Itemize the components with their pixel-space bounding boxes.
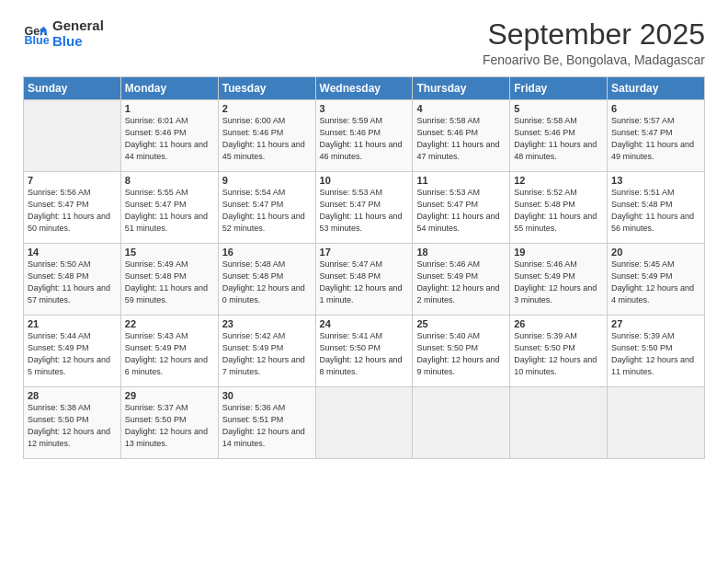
day-info: Sunrise: 5:44 AMSunset: 5:49 PMDaylight:… [28,331,110,376]
week-row-1: 1Sunrise: 6:01 AMSunset: 5:46 PMDaylight… [24,100,705,172]
day-number: 2 [222,103,312,114]
day-cell: 8Sunrise: 5:55 AMSunset: 5:47 PMDaylight… [120,172,218,244]
day-cell [510,387,608,459]
day-cell: 15Sunrise: 5:49 AMSunset: 5:48 PMDayligh… [120,244,218,316]
day-info: Sunrise: 5:48 AMSunset: 5:48 PMDaylight:… [222,259,305,304]
day-cell [608,387,705,459]
day-number: 17 [320,247,409,258]
month-title: September 2025 [483,18,705,51]
day-cell [24,100,121,172]
day-number: 22 [125,318,214,329]
header-cell-tuesday: Tuesday [218,77,315,100]
header-cell-wednesday: Wednesday [315,77,413,100]
logo-icon: Gen Blue [23,21,49,47]
day-number: 6 [611,103,700,114]
day-info: Sunrise: 5:57 AMSunset: 5:47 PMDaylight:… [611,116,694,161]
day-cell: 24Sunrise: 5:41 AMSunset: 5:50 PMDayligh… [315,316,413,387]
day-cell: 9Sunrise: 5:54 AMSunset: 5:47 PMDaylight… [218,172,315,244]
day-number: 25 [416,318,506,329]
day-number: 20 [611,247,700,258]
day-info: Sunrise: 5:36 AMSunset: 5:51 PMDaylight:… [222,403,305,448]
week-row-5: 28Sunrise: 5:38 AMSunset: 5:50 PMDayligh… [24,387,705,459]
day-cell: 22Sunrise: 5:43 AMSunset: 5:49 PMDayligh… [120,316,218,387]
day-number: 19 [514,247,603,258]
week-row-4: 21Sunrise: 5:44 AMSunset: 5:49 PMDayligh… [24,316,705,387]
header-cell-monday: Monday [120,77,218,100]
header: Gen Blue General Blue September 2025 Fen… [23,18,705,67]
day-info: Sunrise: 5:46 AMSunset: 5:49 PMDaylight:… [416,259,499,304]
day-cell: 16Sunrise: 5:48 AMSunset: 5:48 PMDayligh… [218,244,315,316]
day-info: Sunrise: 5:50 AMSunset: 5:48 PMDaylight:… [28,259,110,304]
header-cell-thursday: Thursday [413,77,510,100]
day-info: Sunrise: 5:46 AMSunset: 5:49 PMDaylight:… [514,259,597,304]
logo: Gen Blue General Blue [23,18,104,49]
day-cell: 7Sunrise: 5:56 AMSunset: 5:47 PMDaylight… [24,172,121,244]
day-cell [315,387,413,459]
day-info: Sunrise: 5:39 AMSunset: 5:50 PMDaylight:… [611,331,694,376]
logo-line1: General [52,18,104,34]
day-info: Sunrise: 5:53 AMSunset: 5:47 PMDaylight:… [320,188,403,233]
day-info: Sunrise: 5:40 AMSunset: 5:50 PMDaylight:… [416,331,499,376]
day-info: Sunrise: 5:38 AMSunset: 5:50 PMDaylight:… [28,403,110,448]
day-number: 15 [125,247,214,258]
day-cell: 23Sunrise: 5:42 AMSunset: 5:49 PMDayligh… [218,316,315,387]
week-row-2: 7Sunrise: 5:56 AMSunset: 5:47 PMDaylight… [24,172,705,244]
day-number: 24 [320,318,409,329]
day-info: Sunrise: 5:49 AMSunset: 5:48 PMDaylight:… [125,259,208,304]
day-cell: 10Sunrise: 5:53 AMSunset: 5:47 PMDayligh… [315,172,413,244]
day-info: Sunrise: 6:01 AMSunset: 5:46 PMDaylight:… [125,116,208,161]
day-cell: 18Sunrise: 5:46 AMSunset: 5:49 PMDayligh… [413,244,510,316]
day-cell: 29Sunrise: 5:37 AMSunset: 5:50 PMDayligh… [120,387,218,459]
day-info: Sunrise: 5:54 AMSunset: 5:47 PMDaylight:… [222,188,305,233]
page: Gen Blue General Blue September 2025 Fen… [0,0,728,563]
day-number: 28 [28,390,117,401]
day-cell: 3Sunrise: 5:59 AMSunset: 5:46 PMDaylight… [315,100,413,172]
day-cell: 11Sunrise: 5:53 AMSunset: 5:47 PMDayligh… [413,172,510,244]
day-cell: 19Sunrise: 5:46 AMSunset: 5:49 PMDayligh… [510,244,608,316]
day-number: 10 [320,175,409,186]
header-cell-sunday: Sunday [24,77,121,100]
day-number: 16 [222,247,312,258]
title-section: September 2025 Fenoarivo Be, Bongolava, … [483,18,705,67]
day-cell: 14Sunrise: 5:50 AMSunset: 5:48 PMDayligh… [24,244,121,316]
day-cell: 13Sunrise: 5:51 AMSunset: 5:48 PMDayligh… [608,172,705,244]
day-cell: 25Sunrise: 5:40 AMSunset: 5:50 PMDayligh… [413,316,510,387]
day-info: Sunrise: 5:37 AMSunset: 5:50 PMDaylight:… [125,403,208,448]
day-number: 26 [514,318,603,329]
day-info: Sunrise: 5:51 AMSunset: 5:48 PMDaylight:… [611,188,694,233]
day-info: Sunrise: 5:45 AMSunset: 5:49 PMDaylight:… [611,259,694,304]
day-number: 23 [222,318,312,329]
day-number: 30 [222,390,312,401]
header-cell-friday: Friday [510,77,608,100]
day-cell: 6Sunrise: 5:57 AMSunset: 5:47 PMDaylight… [608,100,705,172]
day-cell: 30Sunrise: 5:36 AMSunset: 5:51 PMDayligh… [218,387,315,459]
day-cell: 1Sunrise: 6:01 AMSunset: 5:46 PMDaylight… [120,100,218,172]
header-cell-saturday: Saturday [608,77,705,100]
day-cell: 17Sunrise: 5:47 AMSunset: 5:48 PMDayligh… [315,244,413,316]
day-cell: 20Sunrise: 5:45 AMSunset: 5:49 PMDayligh… [608,244,705,316]
logo-line2: Blue [52,34,104,50]
day-info: Sunrise: 5:55 AMSunset: 5:47 PMDaylight:… [125,188,208,233]
day-info: Sunrise: 5:52 AMSunset: 5:48 PMDaylight:… [514,188,597,233]
day-cell: 5Sunrise: 5:58 AMSunset: 5:46 PMDaylight… [510,100,608,172]
location: Fenoarivo Be, Bongolava, Madagascar [483,52,705,67]
svg-text:Blue: Blue [24,34,49,47]
calendar-table: SundayMondayTuesdayWednesdayThursdayFrid… [23,76,705,459]
day-info: Sunrise: 5:47 AMSunset: 5:48 PMDaylight:… [320,259,403,304]
day-info: Sunrise: 5:58 AMSunset: 5:46 PMDaylight:… [416,116,499,161]
day-cell [413,387,510,459]
day-cell: 26Sunrise: 5:39 AMSunset: 5:50 PMDayligh… [510,316,608,387]
day-cell: 21Sunrise: 5:44 AMSunset: 5:49 PMDayligh… [24,316,121,387]
header-row: SundayMondayTuesdayWednesdayThursdayFrid… [24,77,705,100]
day-number: 3 [320,103,409,114]
day-number: 1 [125,103,214,114]
day-number: 14 [28,247,117,258]
day-number: 27 [611,318,700,329]
day-info: Sunrise: 5:59 AMSunset: 5:46 PMDaylight:… [320,116,403,161]
day-cell: 27Sunrise: 5:39 AMSunset: 5:50 PMDayligh… [608,316,705,387]
day-number: 12 [514,175,603,186]
day-number: 7 [28,175,117,186]
day-number: 21 [28,318,117,329]
day-info: Sunrise: 5:53 AMSunset: 5:47 PMDaylight:… [416,188,499,233]
day-info: Sunrise: 5:58 AMSunset: 5:46 PMDaylight:… [514,116,597,161]
